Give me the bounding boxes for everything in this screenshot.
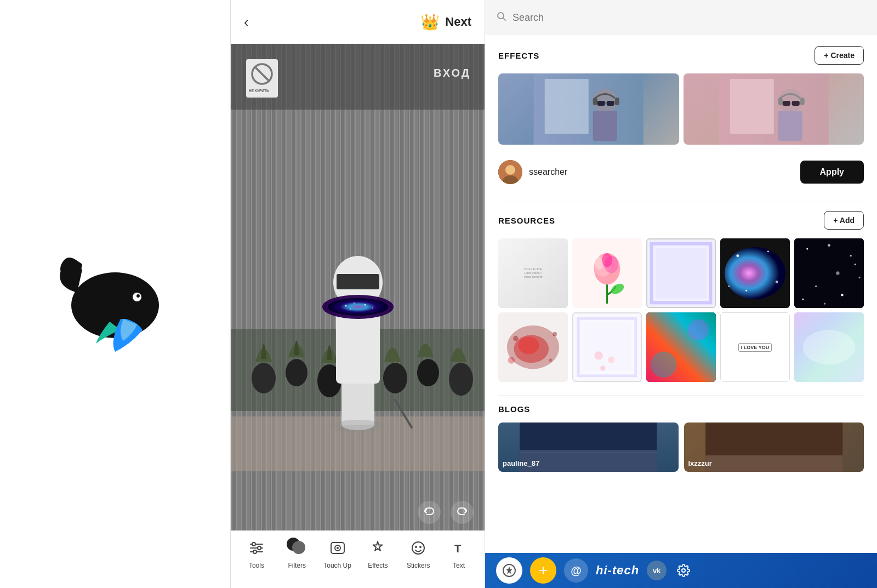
back-button[interactable]: ‹ xyxy=(244,14,249,31)
svg-point-75 xyxy=(505,165,515,175)
blog-item-2[interactable]: lxzzzur xyxy=(684,423,864,472)
svg-point-50 xyxy=(419,546,422,548)
svg-rect-132 xyxy=(705,423,842,455)
next-button[interactable]: Next xyxy=(445,15,471,29)
svg-point-119 xyxy=(600,366,605,370)
effect-after-preview[interactable] xyxy=(684,73,864,145)
filters-button[interactable]: Filters xyxy=(281,538,314,569)
resource-item-3[interactable] xyxy=(646,238,716,308)
resource-item-6[interactable] xyxy=(498,312,568,382)
effect-before-preview[interactable] xyxy=(498,73,679,145)
svg-point-135 xyxy=(682,569,685,572)
svg-point-96 xyxy=(806,248,808,249)
author-avatar xyxy=(498,160,522,184)
svg-point-113 xyxy=(553,332,557,336)
resource-item-1[interactable]: Yours Is TheLast Voice IHear Tonight xyxy=(498,238,568,308)
tools-icon xyxy=(246,538,267,558)
search-input[interactable] xyxy=(512,12,866,24)
resources-grid: Yours Is TheLast Voice IHear Tonight xyxy=(498,238,864,382)
svg-point-2 xyxy=(136,294,140,298)
svg-point-36 xyxy=(350,309,351,310)
stickers-icon xyxy=(408,538,429,558)
hitech-label: hi-tech xyxy=(596,563,639,578)
logo-container xyxy=(55,234,175,355)
effects-title: EFFECTS xyxy=(498,51,539,60)
resource-item-10[interactable] xyxy=(794,312,864,382)
svg-point-123 xyxy=(688,319,709,340)
resource-item-9[interactable]: I LOVE YOU xyxy=(720,312,790,382)
phone-panel: ‹ 👑 Next xyxy=(230,0,485,588)
svg-rect-29 xyxy=(337,274,379,289)
love-you-sticker: I LOVE YOU xyxy=(738,343,772,352)
blogs-title: BLOGS xyxy=(498,404,864,414)
hitech-banner: + @ hi-tech vk xyxy=(485,553,877,588)
svg-rect-62 xyxy=(607,101,614,106)
text-button[interactable]: T Text xyxy=(442,538,475,569)
add-button[interactable]: + Add xyxy=(824,211,864,230)
svg-point-110 xyxy=(513,336,519,341)
resource-item-5[interactable] xyxy=(794,238,864,308)
effects-section-header: EFFECTS + Create xyxy=(498,46,864,65)
svg-point-91 xyxy=(767,250,769,252)
svg-point-105 xyxy=(824,302,825,304)
svg-point-104 xyxy=(855,264,856,265)
svg-rect-68 xyxy=(778,111,802,141)
blogs-section: BLOGS pauline_87 xyxy=(498,404,864,472)
touch-up-button[interactable]: Touch Up xyxy=(321,538,354,569)
svg-point-97 xyxy=(828,244,830,247)
svg-point-43 xyxy=(258,546,261,550)
svg-point-93 xyxy=(745,290,747,292)
effects-button[interactable]: Effects xyxy=(361,538,394,569)
settings-button[interactable] xyxy=(674,561,693,580)
resource-item-7[interactable] xyxy=(572,312,642,382)
search-icon xyxy=(496,11,507,25)
resources-section-header: RESOURCES + Add xyxy=(498,211,864,230)
resource-item-4[interactable] xyxy=(720,238,790,308)
svg-point-109 xyxy=(519,336,539,354)
effects-icon xyxy=(367,538,388,558)
tools-button[interactable]: Tools xyxy=(240,538,273,569)
svg-rect-61 xyxy=(597,101,605,106)
stickers-button[interactable]: Stickers xyxy=(402,538,435,569)
svg-point-122 xyxy=(651,351,677,378)
svg-rect-25 xyxy=(341,384,374,425)
svg-rect-133 xyxy=(705,455,842,472)
separator-2 xyxy=(498,395,864,396)
svg-rect-71 xyxy=(782,101,790,106)
effects-label: Effects xyxy=(368,562,388,569)
text-icon: T xyxy=(448,538,469,558)
svg-rect-56 xyxy=(545,79,589,134)
svg-point-125 xyxy=(803,330,855,365)
apply-button[interactable]: Apply xyxy=(800,161,864,184)
vk-button[interactable]: vk xyxy=(647,561,667,580)
undo-button[interactable] xyxy=(418,501,441,524)
svg-rect-127 xyxy=(520,423,657,450)
blog-item-1[interactable]: pauline_87 xyxy=(498,423,679,472)
svg-text:ВХОД: ВХОД xyxy=(434,67,471,79)
svg-point-102 xyxy=(802,299,804,300)
svg-point-94 xyxy=(728,286,730,287)
svg-point-92 xyxy=(776,281,778,283)
svg-line-53 xyxy=(503,18,506,20)
resource-item-8[interactable] xyxy=(646,312,716,382)
create-button[interactable]: + Create xyxy=(815,46,864,65)
svg-point-101 xyxy=(815,286,817,287)
svg-point-89 xyxy=(725,247,785,299)
touch-up-icon xyxy=(327,538,348,558)
svg-rect-128 xyxy=(520,450,657,472)
svg-point-103 xyxy=(836,271,839,275)
svg-point-38 xyxy=(331,420,385,433)
svg-point-31 xyxy=(328,298,388,316)
redo-button[interactable] xyxy=(451,501,474,524)
right-panel: EFFECTS + Create xyxy=(485,0,877,588)
svg-point-117 xyxy=(594,351,602,359)
compass-button[interactable] xyxy=(496,557,522,584)
separator xyxy=(498,202,864,202)
svg-point-33 xyxy=(354,302,355,304)
stickers-label: Stickers xyxy=(407,562,430,569)
resource-item-2[interactable] xyxy=(572,238,642,308)
add-post-button[interactable]: + xyxy=(530,557,556,584)
svg-point-35 xyxy=(372,307,373,309)
svg-rect-26 xyxy=(336,312,380,384)
search-bar xyxy=(485,0,877,35)
